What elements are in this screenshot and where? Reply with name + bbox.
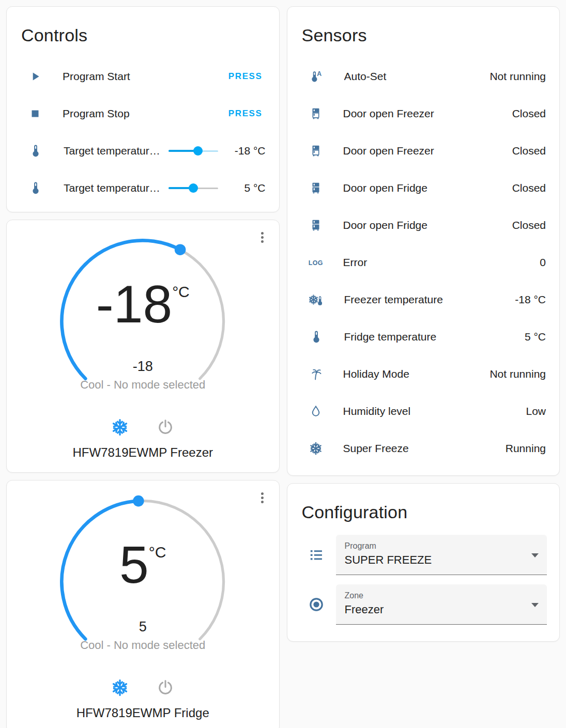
fridge-top-icon: [309, 144, 323, 158]
mode-status-text: Cool - No mode selected: [53, 378, 233, 392]
snowflake-icon[interactable]: [110, 678, 130, 698]
left-column: Controls Program Start PRESS Program Sto…: [6, 6, 280, 728]
control-value: -18 °C: [228, 145, 266, 157]
program-select[interactable]: Program SUPER FREEZE: [336, 535, 547, 575]
sensor-state: Not running: [489, 368, 546, 380]
more-options-button[interactable]: [255, 489, 270, 506]
control-label: Program Stop: [63, 107, 225, 120]
fridge-thermostat-card: 5°C 5 Cool - No mode selected HFW7819EWM…: [6, 480, 280, 728]
sensor-row-error[interactable]: LOG Error 0: [287, 244, 560, 281]
mode-buttons: [7, 417, 279, 437]
current-temperature: 5°C: [53, 538, 233, 591]
config-row-program: Program SUPER FREEZE: [287, 535, 560, 575]
snowflake-thermometer-icon: [309, 292, 324, 307]
select-value: Freezer: [345, 603, 525, 616]
sensor-row-holiday-mode[interactable]: Holiday Mode Not running: [287, 355, 560, 393]
thermometer-icon: [28, 180, 43, 196]
sensor-row-super-freeze[interactable]: Super Freeze Running: [287, 430, 560, 467]
zone-select[interactable]: Zone Freezer: [336, 584, 547, 625]
dial-handle: [133, 495, 144, 507]
controls-card: Controls Program Start PRESS Program Sto…: [6, 6, 280, 212]
control-label: Target temperatur…: [64, 182, 164, 194]
temperature-unit: °C: [149, 545, 166, 560]
sensor-state: Closed: [512, 107, 546, 120]
sensors-title: Sensors: [287, 7, 560, 58]
current-temperature-value: 5: [119, 538, 149, 591]
sensor-state: Closed: [512, 182, 546, 194]
dial-handle: [175, 244, 186, 255]
control-label: Program Start: [63, 70, 225, 83]
select-label: Zone: [345, 591, 525, 600]
program-start-press-button[interactable]: PRESS: [225, 67, 266, 86]
more-options-button[interactable]: [255, 228, 270, 246]
chevron-down-icon: [531, 603, 539, 607]
sensor-row-freezer-temperature[interactable]: Freezer temperature -18 °C: [287, 281, 560, 318]
program-stop-press-button[interactable]: PRESS: [225, 104, 266, 123]
water-drop-icon: [309, 405, 323, 418]
fridge-temperature-dial[interactable]: 5°C 5 Cool - No mode selected: [53, 492, 233, 672]
select-label: Program: [345, 541, 525, 551]
palm-tree-icon: [309, 367, 323, 381]
sensor-state: Running: [506, 442, 546, 455]
list-icon: [308, 547, 325, 563]
control-row-program-stop: Program Stop PRESS: [7, 95, 279, 132]
sensor-state: Not running: [489, 70, 546, 83]
sensor-state: 0: [540, 256, 546, 269]
slider-knob[interactable]: [193, 146, 203, 156]
control-row-program-start: Program Start PRESS: [7, 58, 279, 95]
sensor-state: Closed: [512, 145, 546, 157]
select-value: SUPER FREEZE: [345, 553, 525, 567]
sensors-card: Sensors Auto-Set Not running Door open F…: [287, 6, 560, 476]
dashboard: Controls Program Start PRESS Program Sto…: [0, 0, 566, 728]
configuration-card: Configuration Program SUPER FREEZE Zone …: [287, 483, 560, 642]
freezer-temperature-dial[interactable]: -18°C -18 Cool - No mode selected: [53, 231, 233, 411]
power-icon[interactable]: [156, 678, 175, 698]
snowflake-icon[interactable]: [110, 417, 130, 437]
mode-status-text: Cool - No mode selected: [53, 639, 233, 652]
thermostat-name: HFW7819EWMP Freezer: [7, 445, 279, 460]
configuration-title: Configuration: [287, 484, 560, 535]
sensor-row-door-open-freezer-1[interactable]: Door open Freezer Closed: [287, 95, 560, 132]
sensor-row-auto-set[interactable]: Auto-Set Not running: [287, 58, 560, 95]
control-row-target-temp-fridge: Target temperatur… 5 °C: [7, 169, 279, 207]
current-temperature: -18°C: [53, 278, 233, 331]
current-temperature-value: -18: [96, 278, 172, 331]
sensor-row-door-open-fridge-1[interactable]: Door open Fridge Closed: [287, 169, 560, 207]
thermostat-name: HFW7819EWMP Fridge: [7, 706, 279, 720]
target-temperature-freezer-slider[interactable]: [169, 146, 218, 156]
fridge-top-icon: [309, 107, 323, 120]
sensor-row-door-open-freezer-2[interactable]: Door open Freezer Closed: [287, 132, 560, 169]
target-temperature: 5: [53, 619, 233, 635]
config-row-zone: Zone Freezer: [287, 584, 560, 625]
fridge-bottom-icon: [309, 219, 323, 232]
sensor-row-fridge-temperature[interactable]: Fridge temperature 5 °C: [287, 318, 560, 355]
sensor-state: 5 °C: [525, 331, 546, 343]
snowflake-icon: [309, 442, 323, 455]
fridge-bottom-icon: [309, 181, 323, 195]
log-icon: LOG: [309, 256, 323, 269]
radio-icon: [308, 596, 325, 613]
thermometer-icon: [28, 143, 43, 159]
control-row-target-temp-freezer: Target temperatur… -18 °C: [7, 132, 279, 169]
mode-buttons: [7, 678, 279, 698]
sensor-state: Low: [526, 405, 546, 417]
sensor-state: -18 °C: [515, 293, 546, 306]
chevron-down-icon: [531, 553, 539, 557]
thermometer-auto-icon: [309, 69, 324, 84]
sensor-row-door-open-fridge-2[interactable]: Door open Fridge Closed: [287, 207, 560, 244]
stop-icon: [28, 107, 42, 120]
control-value: 5 °C: [228, 182, 266, 194]
slider-knob[interactable]: [189, 183, 198, 193]
temperature-unit: °C: [172, 284, 190, 300]
power-icon[interactable]: [156, 417, 175, 437]
play-icon: [28, 70, 42, 83]
sensor-row-humidity-level[interactable]: Humidity level Low: [287, 393, 560, 430]
control-label: Target temperatur…: [64, 145, 164, 157]
freezer-thermostat-card: -18°C -18 Cool - No mode selected HFW781…: [6, 220, 280, 473]
target-temperature-fridge-slider[interactable]: [169, 183, 218, 193]
target-temperature: -18: [53, 359, 233, 375]
sensor-state: Closed: [512, 219, 546, 231]
right-column: Sensors Auto-Set Not running Door open F…: [287, 6, 560, 728]
thermometer-icon: [309, 329, 324, 345]
controls-title: Controls: [7, 7, 279, 58]
